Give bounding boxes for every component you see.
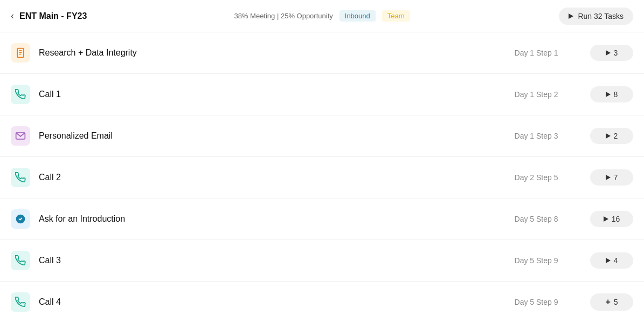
action-count: 8 bbox=[614, 90, 618, 99]
run-tasks-label: Run 32 Tasks bbox=[578, 12, 624, 20]
chevron-icon[interactable]: ‹ bbox=[11, 10, 14, 22]
item-step-ask-introduction: Day 5 Step 8 bbox=[482, 215, 590, 223]
item-name-call2: Call 2 bbox=[39, 173, 482, 182]
list-item-call2: Call 2 Day 2 Step 5 7 bbox=[0, 157, 644, 198]
header: ‹ ENT Main - FY23 38% Meeting | 25% Oppo… bbox=[0, 0, 644, 32]
item-name-ask-introduction: Ask for an Introduction bbox=[39, 214, 482, 224]
header-left: ‹ ENT Main - FY23 bbox=[11, 10, 218, 22]
item-step-personalized-email: Day 1 Step 3 bbox=[482, 132, 590, 140]
play-icon bbox=[606, 50, 611, 56]
item-icon-call4 bbox=[11, 292, 30, 312]
action-count: 3 bbox=[614, 49, 618, 57]
action-button-research[interactable]: 3 bbox=[590, 45, 633, 61]
task-list: Research + Data Integrity Day 1 Step 1 3… bbox=[0, 32, 644, 315]
action-button-call1[interactable]: 8 bbox=[590, 86, 633, 102]
list-item-personalized-email: Personalized Email Day 1 Step 3 2 bbox=[0, 115, 644, 157]
item-name-personalized-email: Personalized Email bbox=[39, 131, 482, 141]
badge-inbound[interactable]: Inbound bbox=[340, 10, 376, 22]
item-icon-call2 bbox=[11, 168, 30, 187]
action-count: 16 bbox=[612, 215, 620, 223]
item-step-call2: Day 2 Step 5 bbox=[482, 173, 590, 182]
item-icon-research bbox=[11, 43, 30, 63]
play-icon bbox=[606, 175, 611, 180]
item-step-call3: Day 5 Step 9 bbox=[482, 256, 590, 265]
list-item-call3: Call 3 Day 5 Step 9 4 bbox=[0, 240, 644, 282]
item-step-call1: Day 1 Step 2 bbox=[482, 90, 590, 99]
item-icon-ask-introduction bbox=[11, 209, 30, 229]
play-icon bbox=[569, 13, 573, 19]
action-count: 4 bbox=[614, 256, 618, 265]
play-icon bbox=[606, 133, 611, 139]
play-icon bbox=[606, 92, 611, 97]
item-name-call4: Call 4 bbox=[39, 297, 482, 307]
item-step-call4: Day 5 Step 9 bbox=[482, 298, 590, 306]
action-button-call3[interactable]: 4 bbox=[590, 252, 633, 269]
list-item-ask-introduction: Ask for an Introduction Day 5 Step 8 16 bbox=[0, 198, 644, 240]
item-name-call3: Call 3 bbox=[39, 256, 482, 265]
header-right: Run 32 Tasks bbox=[426, 8, 633, 25]
list-item-call1: Call 1 Day 1 Step 2 8 bbox=[0, 74, 644, 115]
item-name-research: Research + Data Integrity bbox=[39, 48, 482, 58]
play-icon bbox=[604, 216, 608, 222]
item-icon-call1 bbox=[11, 85, 30, 104]
badge-team[interactable]: Team bbox=[382, 10, 410, 22]
item-step-research: Day 1 Step 1 bbox=[482, 49, 590, 57]
plus-icon: + bbox=[605, 297, 610, 307]
action-count: 2 bbox=[614, 132, 618, 140]
list-item-call4: Call 4 Day 5 Step 9 + 5 bbox=[0, 282, 644, 315]
item-icon-call3 bbox=[11, 251, 30, 270]
action-count: 7 bbox=[614, 173, 618, 182]
action-button-ask-introduction[interactable]: 16 bbox=[590, 211, 633, 227]
item-icon-personalized-email bbox=[11, 126, 30, 146]
header-stats: 38% Meeting | 25% Opportunity bbox=[234, 12, 333, 20]
header-center: 38% Meeting | 25% Opportunity Inbound Te… bbox=[218, 10, 426, 22]
list-item-research: Research + Data Integrity Day 1 Step 1 3 bbox=[0, 32, 644, 74]
play-icon bbox=[606, 258, 611, 263]
item-name-call1: Call 1 bbox=[39, 90, 482, 99]
action-button-call2[interactable]: 7 bbox=[590, 169, 633, 186]
run-tasks-button[interactable]: Run 32 Tasks bbox=[559, 8, 633, 25]
header-title: ENT Main - FY23 bbox=[19, 11, 87, 21]
action-button-call4[interactable]: + 5 bbox=[590, 293, 633, 311]
action-count: 5 bbox=[614, 298, 618, 306]
action-button-personalized-email[interactable]: 2 bbox=[590, 128, 633, 144]
